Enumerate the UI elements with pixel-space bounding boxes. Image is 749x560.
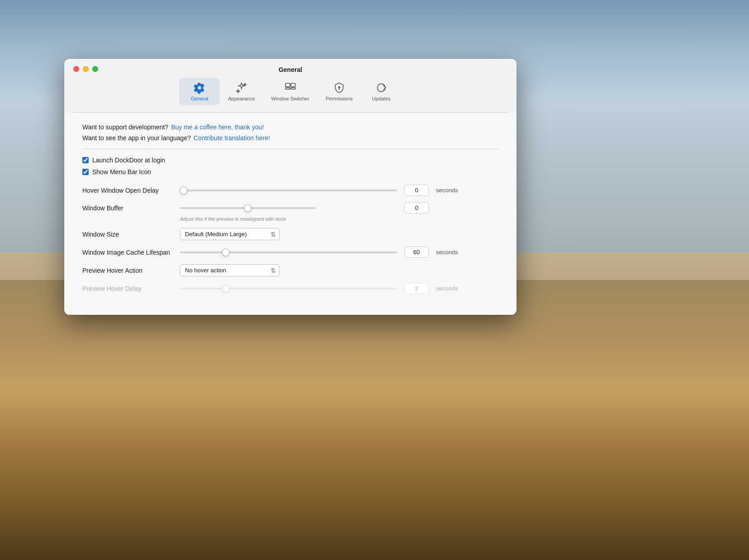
grid-icon [284,81,297,94]
traffic-lights [73,66,98,72]
hover-delay-slider[interactable] [180,190,397,191]
window-buffer-value: 0 [404,202,429,214]
gear-icon [193,81,206,94]
window-size-row: Window Size Small Medium Default (Medium… [82,228,498,240]
hover-delay-value: 0 [404,185,429,196]
show-menubar-label: Show Menu Bar Icon [92,168,151,176]
cache-lifespan-slider-container [180,252,397,253]
hover-delay-unit: seconds [436,187,458,194]
hover-delay-row: Hover Window Open Delay 0 seconds [82,185,498,196]
tab-updates[interactable]: Updates [361,78,402,105]
window-title: General [279,66,302,73]
cache-lifespan-value: 60 [404,247,429,258]
svg-rect-0 [285,83,290,87]
preview-hover-delay-row: Preview Hover Delay 2 seconds [82,283,498,294]
tab-general-label: General [191,96,209,101]
close-button[interactable] [73,66,79,72]
svg-rect-1 [291,83,295,87]
tab-window-switcher-label: Window Switcher [271,96,309,101]
preview-hover-delay-unit: seconds [436,285,458,292]
cache-lifespan-label: Window Image Cache Lifespan [82,249,173,256]
sparkles-icon [235,81,248,94]
title-bar: General [64,59,517,73]
translation-text: Want to see the app in your language? [82,134,191,142]
svg-rect-3 [291,88,295,89]
tab-updates-label: Updates [372,96,390,101]
window-buffer-slider-container [180,207,397,209]
preferences-window: General General Appearance [64,59,517,315]
section-divider-1 [82,149,498,149]
cache-lifespan-slider[interactable] [180,252,397,253]
launch-login-row: Launch DockDoor at login [82,157,498,164]
preview-hover-action-label: Preview Hover Action [82,267,173,274]
ground-layer [0,280,749,560]
preview-hover-action-dropdown[interactable]: No hover action Bring to Front Close Win… [180,264,280,276]
preview-hover-action-wrapper: No hover action Bring to Front Close Win… [180,264,280,276]
toolbar: General Appearance [64,73,517,112]
refresh-icon [375,81,388,94]
window-buffer-row: Window Buffer 0 [82,202,498,214]
show-menubar-checkbox[interactable] [82,169,89,175]
tab-permissions-label: Permissions [326,96,353,101]
window-buffer-hint: Adjust this if the preview is misaligned… [180,216,498,222]
window-size-dropdown-wrapper: Small Medium Default (Medium Large) Larg… [180,228,280,240]
tab-permissions[interactable]: Permissions [318,78,361,105]
tab-appearance[interactable]: Appearance [220,78,263,105]
content-area: Want to support development? Buy me a co… [64,113,517,315]
tab-general[interactable]: General [179,78,220,105]
preview-hover-delay-label: Preview Hover Delay [82,285,173,292]
cache-lifespan-row: Window Image Cache Lifespan 60 seconds [82,247,498,258]
window-buffer-slider[interactable] [180,207,316,209]
maximize-button[interactable] [92,66,98,72]
cache-lifespan-unit: seconds [436,249,458,256]
preview-hover-delay-slider-container [180,288,397,289]
coffee-text: Want to support development? [82,123,168,131]
hover-delay-slider-container [180,190,397,191]
coffee-link[interactable]: Buy me a coffee here, thank you! [171,123,264,131]
svg-rect-2 [285,88,290,89]
svg-point-4 [338,86,340,88]
shield-icon [333,81,346,94]
preview-hover-delay-slider [180,288,397,289]
coffee-promo-line: Want to support development? Buy me a co… [82,123,498,131]
translation-promo-line: Want to see the app in your language? Co… [82,134,498,142]
window-buffer-label: Window Buffer [82,204,173,212]
tab-appearance-label: Appearance [228,96,255,101]
show-menubar-row: Show Menu Bar Icon [82,168,498,176]
launch-login-checkbox[interactable] [82,157,89,163]
tab-window-switcher[interactable]: Window Switcher [263,78,318,105]
preview-hover-delay-value: 2 [404,283,429,294]
minimize-button[interactable] [83,66,89,72]
launch-login-label: Launch DockDoor at login [92,157,165,164]
preview-hover-action-row: Preview Hover Action No hover action Bri… [82,264,498,276]
window-size-dropdown[interactable]: Small Medium Default (Medium Large) Larg… [180,228,280,240]
window-size-label: Window Size [82,231,173,238]
translation-link[interactable]: Contribute translation here! [194,134,270,142]
hover-delay-label: Hover Window Open Delay [82,187,173,194]
